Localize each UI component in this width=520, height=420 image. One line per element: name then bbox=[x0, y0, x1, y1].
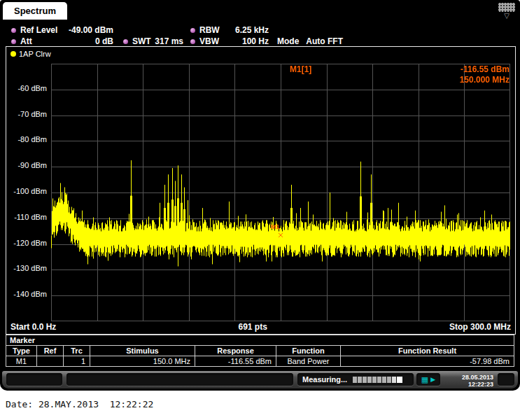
setting-bullet-icon bbox=[190, 39, 195, 44]
mode-value: Auto FFT bbox=[306, 36, 343, 46]
ref-level-value: -49.00 dBm bbox=[69, 25, 113, 35]
setting-bullet-icon bbox=[11, 28, 16, 33]
marker-type-cell: M1 bbox=[6, 356, 37, 367]
att-value: 0 dB bbox=[95, 36, 113, 46]
vbw-label: VBW bbox=[199, 36, 219, 46]
setting-bullet-icon bbox=[123, 39, 128, 44]
hardcopy-page: Spectrum ▽ Ref Level -49.00 dBm RBW 6.25… bbox=[0, 0, 520, 420]
swt-value: 317 ms bbox=[155, 36, 183, 46]
marker-response-cell: -116.55 dBm bbox=[195, 356, 276, 367]
marker-trc-cell: 1 bbox=[64, 356, 90, 367]
col-header-trc: Trc bbox=[64, 346, 90, 356]
instrument-screen: Spectrum ▽ Ref Level -49.00 dBm RBW 6.25… bbox=[0, 0, 520, 391]
keyboard-icon[interactable] bbox=[498, 3, 515, 12]
marker-table-section: Marker Type Ref Trc Stimulus Response Fu… bbox=[6, 335, 514, 367]
status-date: 28.05.2013 bbox=[444, 374, 493, 381]
marker-table-title: Marker bbox=[6, 335, 514, 345]
marker-table: Type Ref Trc Stimulus Response Function … bbox=[6, 345, 514, 367]
y-axis-tick-label: -70 dBm bbox=[8, 110, 47, 118]
run-status-icon: ▶ bbox=[430, 377, 435, 383]
rbw-label: RBW bbox=[199, 25, 220, 35]
hardcopy-date-line: Date: 28.MAY.2013 12:22:22 bbox=[6, 399, 153, 410]
y-axis-tick-label: -90 dBm bbox=[8, 161, 47, 169]
att-setting[interactable]: Att 0 dB bbox=[11, 36, 113, 46]
marker-table-header-row: Type Ref Trc Stimulus Response Function … bbox=[6, 346, 514, 356]
y-axis-tick-label: -130 dBm bbox=[8, 264, 47, 272]
setting-bullet-icon bbox=[190, 28, 195, 33]
status-datetime: 28.05.2013 12:22:23 bbox=[444, 373, 493, 386]
marker-readout-name: M1[1] bbox=[290, 64, 311, 74]
trace-legend[interactable]: 1AP Clrw bbox=[10, 50, 51, 58]
y-axis-tick-label: -100 dBm bbox=[8, 187, 47, 195]
swt-setting[interactable]: SWT 317 ms bbox=[123, 36, 183, 46]
marker-function-result-cell: -57.98 dBm bbox=[341, 356, 514, 367]
marker-readout-level: -116.55 dBm bbox=[461, 64, 510, 74]
marker-readout-frequency: 150.000 MHz bbox=[460, 75, 510, 85]
marker-point-label[interactable]: M1 bbox=[271, 223, 280, 230]
screen-corner-controls[interactable]: ▽ bbox=[498, 3, 516, 20]
progress-bar bbox=[353, 377, 402, 383]
vbw-setting[interactable]: VBW 100 Hz bbox=[190, 36, 269, 46]
trace-legend-label: 1AP Clrw bbox=[19, 50, 51, 58]
status-time: 12:22:23 bbox=[444, 382, 493, 388]
status-message-area[interactable] bbox=[66, 373, 293, 386]
y-axis-tick-label: -80 dBm bbox=[8, 135, 47, 144]
marker-ref-cell bbox=[37, 356, 64, 367]
y-axis-tick-label: -120 dBm bbox=[8, 239, 47, 247]
y-axis-tick-label: -110 dBm bbox=[8, 213, 47, 221]
col-header-function-result: Function Result bbox=[341, 346, 514, 356]
col-header-function: Function bbox=[276, 346, 341, 356]
x-axis-stop-label: Stop 300.0 MHz bbox=[449, 322, 511, 332]
marker-stimulus-cell: 150.0 MHz bbox=[90, 356, 195, 367]
x-axis-labels: Start 0.0 Hz 691 pts Stop 300.0 MHz bbox=[6, 322, 515, 332]
trace-color-icon bbox=[10, 51, 16, 57]
status-arrow-button[interactable] bbox=[498, 373, 514, 386]
mode-setting[interactable]: Mode Auto FFT bbox=[277, 36, 343, 46]
col-header-response: Response bbox=[195, 346, 276, 356]
status-indicator-icons: ▦ ▶ bbox=[416, 373, 440, 386]
tab-spectrum[interactable]: Spectrum bbox=[3, 2, 67, 20]
spectrum-canvas[interactable] bbox=[51, 64, 510, 321]
rbw-value: 6.25 kHz bbox=[235, 25, 269, 35]
col-header-ref: Ref bbox=[37, 346, 64, 356]
scroll-down-icon[interactable]: ▽ bbox=[498, 13, 516, 20]
y-axis-tick-label: -140 dBm bbox=[8, 290, 47, 298]
spectrum-diagram: 1AP Clrw -60 dBm -70 dBm -80 dBm -90 dBm… bbox=[6, 46, 516, 335]
status-bar: Measuring... ▦ ▶ 28.05.2013 12:22:23 bbox=[2, 371, 518, 388]
ref-level-label: Ref Level bbox=[20, 25, 57, 35]
x-axis-start-label: Start 0.0 Hz bbox=[10, 322, 56, 332]
marker-table-row[interactable]: M1 1 150.0 MHz -116.55 dBm Band Power -5… bbox=[6, 356, 514, 367]
marker-function-cell: Band Power bbox=[276, 356, 341, 367]
x-axis-points-label: 691 pts bbox=[238, 322, 267, 332]
vbw-value: 100 Hz bbox=[242, 36, 269, 46]
ref-level-setting[interactable]: Ref Level -49.00 dBm bbox=[11, 25, 113, 35]
rbw-setting[interactable]: RBW 6.25 kHz bbox=[190, 25, 269, 35]
y-axis-tick-label: -60 dBm bbox=[8, 84, 47, 92]
grid-status-icon: ▦ bbox=[421, 376, 428, 384]
mode-label: Mode bbox=[277, 36, 299, 46]
swt-label: SWT bbox=[132, 36, 151, 46]
measuring-indicator: Measuring... bbox=[297, 373, 414, 386]
col-header-type: Type bbox=[6, 346, 37, 356]
col-header-stimulus: Stimulus bbox=[90, 346, 195, 356]
status-slot-left[interactable] bbox=[6, 373, 62, 386]
setting-bullet-icon bbox=[11, 39, 16, 44]
measuring-label: Measuring... bbox=[302, 375, 347, 384]
att-label: Att bbox=[20, 36, 32, 46]
